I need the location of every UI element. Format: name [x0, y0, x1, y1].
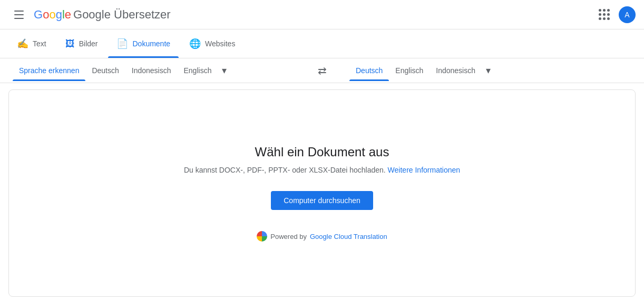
websites-tab-icon: 🌐: [189, 38, 201, 49]
lang-btn-indonesisch-source[interactable]: Indonesisch: [125, 60, 178, 81]
tab-text[interactable]: ✍ Text: [8, 29, 55, 58]
lang-btn-deutsch-source[interactable]: Deutsch: [85, 60, 125, 81]
source-language-panel: Sprache erkennen Deutsch Indonesisch Eng…: [0, 58, 307, 83]
tab-dokumente[interactable]: 📄 Dokumente: [108, 29, 179, 58]
lang-btn-deutsch-target[interactable]: Deutsch: [349, 60, 389, 81]
tab-bar: ✍ Text 🖼 Bilder 📄 Dokumente 🌐 Websites: [0, 29, 644, 58]
source-lang-more-button[interactable]: ▾: [218, 58, 231, 83]
powered-by-text: Powered by: [270, 233, 307, 240]
target-lang-more-button[interactable]: ▾: [482, 58, 495, 83]
chevron-down-icon-target: ▾: [486, 65, 491, 76]
dokumente-tab-icon: 📄: [116, 38, 128, 49]
google-logo: Google: [34, 8, 71, 22]
tab-dokumente-label: Dokumente: [132, 39, 170, 48]
lang-btn-erkennen[interactable]: Sprache erkennen: [13, 60, 85, 81]
app-name: Google Übersetzer: [73, 8, 171, 22]
doc-subtitle-text: Du kannst DOCX-, PDF-, PPTX- oder XLSX-D…: [184, 166, 386, 174]
tab-text-label: Text: [33, 39, 46, 48]
gcp-icon: [257, 231, 267, 242]
bilder-tab-icon: 🖼: [65, 38, 75, 49]
doc-panel-title: Wähl ein Dokument aus: [255, 145, 389, 159]
tab-bilder-label: Bilder: [79, 39, 98, 48]
lang-btn-indonesisch-target[interactable]: Indonesisch: [430, 60, 482, 81]
tab-websites[interactable]: 🌐 Websites: [181, 29, 243, 58]
apps-button[interactable]: [593, 4, 614, 25]
main-content: Wähl ein Dokument aus Du kannst DOCX-, P…: [0, 83, 644, 301]
lang-btn-englisch-source[interactable]: Englisch: [178, 60, 218, 81]
powered-by-section: Powered by Google Cloud Translation: [257, 231, 387, 242]
app-header: Google Google Übersetzer A: [0, 0, 644, 29]
logo[interactable]: Google Google Übersetzer: [34, 8, 171, 22]
lang-btn-englisch-target[interactable]: Englisch: [389, 60, 430, 81]
hamburger-icon: [14, 11, 24, 19]
swap-icon: ⇄: [318, 64, 327, 77]
chevron-down-icon: ▾: [222, 65, 227, 76]
browse-computer-button[interactable]: Computer durchsuchen: [271, 191, 373, 210]
swap-languages-button[interactable]: ⇄: [307, 58, 337, 83]
tab-websites-label: Websites: [205, 39, 235, 48]
menu-button[interactable]: [8, 4, 30, 25]
gct-link[interactable]: Google Cloud Translation: [310, 233, 387, 240]
apps-grid-icon: [599, 9, 610, 20]
tab-bilder[interactable]: 🖼 Bilder: [57, 30, 106, 58]
avatar[interactable]: A: [619, 6, 636, 23]
document-upload-panel: Wähl ein Dokument aus Du kannst DOCX-, P…: [8, 89, 636, 297]
doc-info-link[interactable]: Weitere Informationen: [388, 166, 460, 174]
text-tab-icon: ✍: [17, 38, 28, 49]
language-bar: Sprache erkennen Deutsch Indonesisch Eng…: [0, 58, 644, 83]
doc-panel-subtitle: Du kannst DOCX-, PDF-, PPTX- oder XLSX-D…: [184, 166, 460, 174]
target-language-panel: Deutsch Englisch Indonesisch ▾: [337, 58, 644, 83]
